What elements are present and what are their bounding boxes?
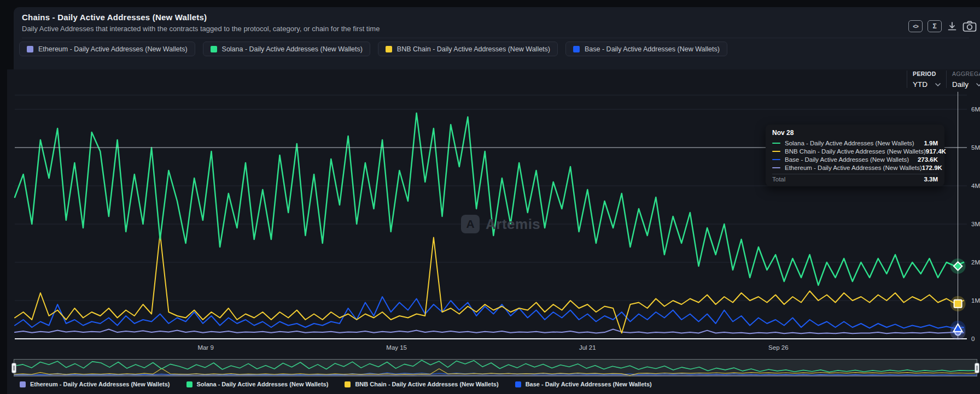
series-line bbox=[15, 297, 964, 328]
series-dash-icon bbox=[772, 151, 780, 152]
y-axis-tick-label: 6M bbox=[971, 106, 980, 113]
bottom-legend-item[interactable]: Base - Daily Active Addresses (New Walle… bbox=[515, 381, 652, 387]
tooltip-series-label: Ethereum - Daily Active Addresses (New W… bbox=[785, 164, 922, 171]
series-color-swatch bbox=[20, 381, 26, 387]
bottom-legend-label: Ethereum - Daily Active Addresses (New W… bbox=[30, 381, 170, 387]
series-color-swatch bbox=[186, 381, 192, 387]
series-line bbox=[15, 330, 964, 334]
chart-plot-area[interactable]: 01M2M3M4M5M6MMar 9May 15Jul 21Sep 26 bbox=[0, 0, 980, 394]
y-axis-tick-label: 0 bbox=[971, 336, 975, 342]
series-dash-icon bbox=[772, 167, 780, 168]
y-axis-tick-label: 2M bbox=[971, 259, 980, 266]
bottom-legend-item[interactable]: BNB Chain - Daily Active Addresses (New … bbox=[345, 381, 498, 387]
range-selector-minimap[interactable] bbox=[14, 359, 977, 377]
x-axis-tick-label: Jul 21 bbox=[579, 344, 596, 351]
tooltip-series-value: 1.9M bbox=[924, 140, 938, 146]
series-color-swatch bbox=[515, 381, 521, 387]
y-axis-tick-label: 4M bbox=[971, 183, 980, 189]
bottom-legend-item[interactable]: Solana - Daily Active Addresses (New Wal… bbox=[186, 381, 329, 387]
x-axis-tick-label: Sep 26 bbox=[768, 344, 788, 351]
tooltip-total-row: Total 3.3M bbox=[772, 174, 938, 183]
tooltip-series-label: Base - Daily Active Addresses (New Walle… bbox=[785, 156, 918, 163]
tooltip-series-value: 273.6K bbox=[918, 156, 938, 163]
bottom-legend: Ethereum - Daily Active Addresses (New W… bbox=[20, 381, 652, 387]
tooltip-series-label: Solana - Daily Active Addresses (New Wal… bbox=[785, 140, 924, 146]
series-dash-icon bbox=[772, 159, 780, 160]
tooltip-series-row: BNB Chain - Daily Active Addresses (New … bbox=[772, 147, 938, 155]
x-axis-tick-label: May 15 bbox=[386, 344, 407, 351]
tooltip-series-row: Ethereum - Daily Active Addresses (New W… bbox=[772, 163, 938, 172]
chart-tooltip: Nov 28 Solana - Daily Active Addresses (… bbox=[766, 125, 944, 186]
tooltip-series-row: Solana - Daily Active Addresses (New Wal… bbox=[772, 139, 938, 147]
minimap-left-handle[interactable] bbox=[11, 363, 16, 373]
series-color-swatch bbox=[345, 381, 351, 387]
x-axis-tick-label: Mar 9 bbox=[197, 344, 213, 351]
bottom-legend-label: Solana - Daily Active Addresses (New Wal… bbox=[197, 381, 329, 387]
tooltip-series-value: 917.4K bbox=[926, 148, 946, 155]
bottom-legend-label: Base - Daily Active Addresses (New Walle… bbox=[526, 381, 652, 387]
tooltip-date: Nov 28 bbox=[772, 129, 938, 137]
series-line bbox=[15, 234, 964, 333]
y-axis-tick-label: 3M bbox=[971, 221, 980, 227]
dashboard-page: Chains - Daily Active Addresses (New Wal… bbox=[0, 0, 980, 394]
minimap-right-handle[interactable] bbox=[975, 363, 979, 373]
series-dash-icon bbox=[772, 143, 780, 144]
bottom-legend-item[interactable]: Ethereum - Daily Active Addresses (New W… bbox=[20, 381, 170, 387]
tooltip-series-value: 172.9K bbox=[922, 164, 942, 171]
bottom-legend-label: BNB Chain - Daily Active Addresses (New … bbox=[355, 381, 498, 387]
tooltip-total-value: 3.3M bbox=[924, 176, 938, 183]
tooltip-total-label: Total bbox=[772, 176, 924, 183]
crosshair-marker-square bbox=[954, 300, 962, 308]
tooltip-series-label: BNB Chain - Daily Active Addresses (New … bbox=[785, 148, 926, 155]
tooltip-series-row: Base - Daily Active Addresses (New Walle… bbox=[772, 155, 938, 163]
y-axis-tick-label: 5M bbox=[971, 144, 980, 151]
y-axis-tick-label: 1M bbox=[971, 297, 980, 304]
